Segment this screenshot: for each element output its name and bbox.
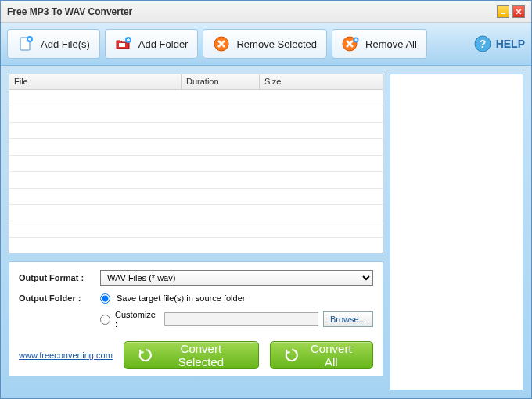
browse-button[interactable]: Browse...	[323, 311, 373, 327]
add-files-label: Add File(s)	[41, 38, 90, 50]
titlebar: Free MP3 To WAV Converter	[1, 1, 531, 23]
help-label: HELP	[496, 38, 525, 50]
file-table[interactable]: File Duration Size	[9, 74, 383, 253]
table-row	[9, 172, 383, 189]
close-button[interactable]	[512, 5, 525, 18]
remove-selected-label: Remove Selected	[236, 38, 317, 50]
website-link[interactable]: www.freeconverting.com	[19, 350, 113, 360]
table-header: File Duration Size	[9, 74, 383, 90]
customize-row: Customize : Browse...	[100, 310, 373, 329]
body-area: File Duration Size O	[1, 66, 531, 398]
add-files-button[interactable]: Add File(s)	[7, 29, 100, 59]
table-body[interactable]	[9, 90, 383, 253]
output-format-row: Output Format : WAV Files (*.wav)	[19, 270, 373, 286]
output-folder-group: Output Folder : Save target file(s) in s…	[19, 293, 373, 329]
svg-rect-0	[501, 13, 505, 14]
customize-path-input[interactable]	[164, 312, 318, 326]
remove-selected-button[interactable]: Remove Selected	[203, 29, 327, 59]
minimize-button[interactable]	[497, 5, 509, 18]
table-row	[9, 205, 383, 221]
remove-all-icon	[342, 35, 359, 52]
radio-customize[interactable]	[100, 315, 110, 325]
table-row	[9, 106, 383, 123]
output-format-select[interactable]: WAV Files (*.wav)	[100, 270, 373, 286]
remove-all-button[interactable]: Remove All	[332, 29, 427, 59]
svg-rect-3	[119, 43, 125, 47]
radio-source-folder[interactable]	[100, 293, 110, 304]
refresh-icon	[138, 348, 152, 362]
window-title: Free MP3 To WAV Converter	[7, 6, 132, 17]
table-row	[9, 221, 383, 238]
radio-source-label[interactable]: Save target file(s) in source folder	[117, 293, 245, 303]
help-icon: ?	[474, 35, 491, 52]
radio-customize-label[interactable]: Customize :	[115, 310, 160, 329]
app-window: Free MP3 To WAV Converter Add File(s) Ad…	[0, 0, 532, 399]
help-button[interactable]: ? HELP	[474, 35, 525, 52]
table-row	[9, 189, 383, 205]
convert-selected-label: Convert Selected	[158, 342, 244, 368]
add-folder-button[interactable]: Add Folder	[105, 29, 199, 59]
table-row	[9, 90, 383, 106]
remove-icon	[213, 35, 230, 52]
output-panel: Output Format : WAV Files (*.wav) Output…	[9, 261, 383, 376]
output-folder-label: Output Folder :	[19, 293, 94, 303]
remove-all-label: Remove All	[365, 38, 417, 50]
col-duration[interactable]: Duration	[182, 74, 260, 89]
table-row	[9, 156, 383, 172]
right-panel	[390, 74, 523, 390]
table-row	[9, 123, 383, 139]
col-size[interactable]: Size	[260, 74, 383, 89]
convert-selected-button[interactable]: Convert Selected	[124, 341, 259, 369]
output-format-label: Output Format :	[19, 273, 94, 282]
svg-text:?: ?	[479, 38, 486, 50]
output-folder-row: Output Folder : Save target file(s) in s…	[19, 293, 373, 304]
convert-all-label: Convert All	[304, 342, 358, 368]
convert-row: www.freeconverting.com Convert Selected …	[19, 341, 373, 369]
refresh-icon	[285, 348, 298, 362]
add-folder-label: Add Folder	[138, 38, 189, 50]
col-file[interactable]: File	[9, 74, 182, 89]
close-icon	[516, 9, 522, 15]
file-plus-icon	[17, 35, 34, 52]
table-row	[9, 139, 383, 156]
toolbar: Add File(s) Add Folder Remove Selected R…	[1, 23, 531, 66]
folder-plus-icon	[115, 35, 132, 52]
convert-all-button[interactable]: Convert All	[270, 341, 373, 369]
left-column: File Duration Size O	[9, 74, 383, 390]
minimize-icon	[500, 9, 506, 15]
